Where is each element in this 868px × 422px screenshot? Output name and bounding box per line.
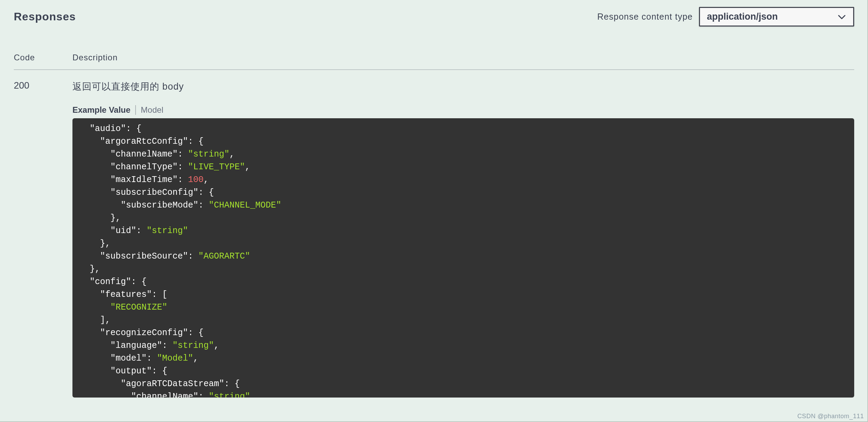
content-type-value: application/json xyxy=(707,11,778,22)
chevron-down-icon xyxy=(838,14,846,19)
response-code: 200 xyxy=(14,80,72,398)
description-column-header: Description xyxy=(72,53,854,62)
watermark: CSDN @phantom_111 xyxy=(797,413,864,420)
responses-title: Responses xyxy=(14,10,76,23)
response-description-block: 返回可以直接使用的 body Example Value Model "audi… xyxy=(72,80,854,398)
content-type-label: Response content type xyxy=(597,12,693,22)
example-tabs: Example Value Model xyxy=(72,105,854,115)
response-description: 返回可以直接使用的 body xyxy=(72,80,854,93)
tab-separator xyxy=(135,105,136,115)
code-column-header: Code xyxy=(14,53,72,62)
example-json-block[interactable]: "audio": { "argoraRtcConfig": { "channel… xyxy=(72,118,854,398)
tab-example-value[interactable]: Example Value xyxy=(72,105,135,115)
responses-header: Responses Response content type applicat… xyxy=(14,7,854,36)
tab-model[interactable]: Model xyxy=(141,105,168,115)
responses-table-header: Code Description xyxy=(14,47,854,70)
response-row: 200 返回可以直接使用的 body Example Value Model "… xyxy=(14,70,854,398)
content-type-select[interactable]: application/json xyxy=(699,7,854,27)
content-type-group: Response content type application/json xyxy=(597,7,854,27)
